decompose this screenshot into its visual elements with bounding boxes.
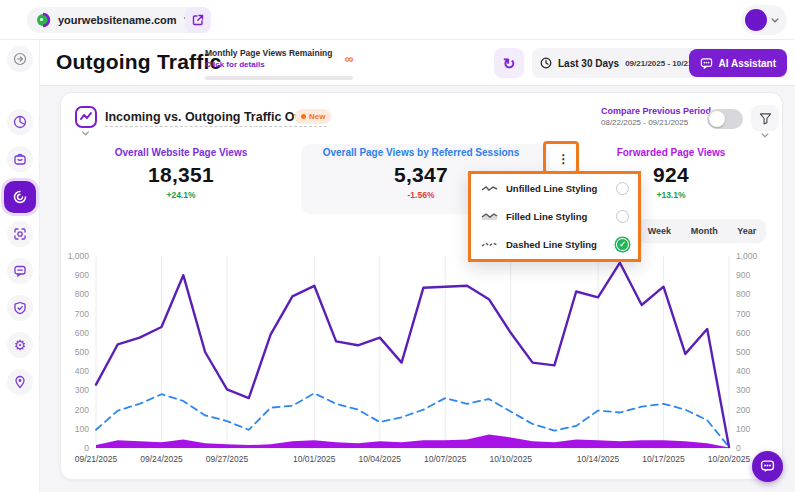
- expand-sidebar-button[interactable]: [7, 46, 33, 72]
- infinity-icon: ∞: [345, 52, 354, 66]
- monthly-details-link[interactable]: Click for details: [205, 60, 365, 69]
- sidebar-item-tracking[interactable]: [7, 221, 33, 247]
- radio-unselected-icon[interactable]: [616, 182, 629, 195]
- radio-unselected-icon[interactable]: [616, 210, 629, 223]
- refresh-icon: ↻: [503, 56, 516, 71]
- card-title: Incoming vs. Outgoing Traffic Overall: [105, 110, 327, 127]
- site-name: yourwebsitename.com: [58, 14, 177, 26]
- sidebar-item-analytics[interactable]: [7, 109, 33, 135]
- trend-chart-icon: [73, 104, 99, 130]
- page-header: Outgoing Traffic Monthly Page Views Rema…: [40, 40, 795, 86]
- svg-text:400: 400: [736, 366, 750, 376]
- menu-item-label: Filled Line Styling: [506, 211, 616, 222]
- period-tabs: Week Month Year: [638, 219, 766, 243]
- sidebar-item-outgoing-traffic[interactable]: [4, 181, 36, 213]
- sidebar-item-settings[interactable]: ⚙: [7, 332, 33, 358]
- bag-icon: [13, 152, 27, 166]
- metric-delta: +24.1%: [91, 190, 271, 200]
- new-badge: New: [295, 109, 331, 124]
- radio-selected-icon[interactable]: ✓: [616, 238, 629, 251]
- svg-text:09/21/2025: 09/21/2025: [75, 454, 118, 464]
- menu-item-filled-line-styling[interactable]: Filled Line Styling: [471, 202, 638, 230]
- unfilled-line-icon: [481, 184, 498, 193]
- svg-text:10/20/2025: 10/20/2025: [708, 454, 751, 464]
- funnel-icon: [759, 112, 772, 125]
- toggle-knob: [709, 111, 725, 127]
- avatar: [745, 9, 767, 31]
- svg-text:900: 900: [736, 270, 750, 280]
- svg-text:10/10/2025: 10/10/2025: [489, 454, 532, 464]
- tab-year[interactable]: Year: [737, 226, 756, 236]
- site-selector[interactable]: yourwebsitename.com: [27, 7, 205, 33]
- traffic-chart[interactable]: 0010010020020030030040040050050060060070…: [61, 246, 784, 481]
- svg-text:800: 800: [736, 289, 750, 299]
- svg-text:300: 300: [736, 385, 750, 395]
- ai-chat-icon: [700, 57, 713, 70]
- page-title: Outgoing Traffic: [56, 50, 221, 74]
- svg-text:900: 900: [75, 270, 89, 280]
- kebab-icon: ⋮: [558, 153, 570, 165]
- shield-check-icon: [13, 301, 27, 315]
- user-menu[interactable]: [741, 5, 787, 35]
- metric-label: Overall Page Views by Referred Sessions: [311, 147, 531, 158]
- chevron-down-icon[interactable]: [81, 131, 90, 136]
- ai-assistant-button[interactable]: AI Assistant: [689, 49, 787, 77]
- sidebar: ⚙: [0, 40, 40, 492]
- metric-value: 18,351: [91, 163, 271, 187]
- menu-item-label: Dashed Line Styling: [506, 239, 616, 250]
- svg-text:100: 100: [736, 424, 750, 434]
- tab-month[interactable]: Month: [691, 226, 718, 236]
- expand-arrow-icon: [13, 52, 27, 66]
- svg-text:300: 300: [75, 385, 89, 395]
- pie-chart-icon: [13, 115, 27, 129]
- sidebar-item-products[interactable]: [7, 146, 33, 172]
- support-chat-button[interactable]: [752, 451, 783, 482]
- sidebar-item-security[interactable]: [7, 295, 33, 321]
- check-icon: ✓: [619, 241, 626, 249]
- range-label: Last 30 Days: [558, 58, 619, 69]
- app-screen: yourwebsitename.com: [0, 0, 795, 492]
- line-styling-menu-button[interactable]: ⋮: [550, 146, 577, 171]
- svg-text:200: 200: [75, 405, 89, 415]
- chevron-down-icon: [771, 18, 779, 23]
- sidebar-item-locations[interactable]: [7, 369, 33, 395]
- menu-item-unfilled-line-styling[interactable]: Unfilled Line Styling: [471, 174, 638, 202]
- filter-button[interactable]: [751, 105, 779, 131]
- traffic-swirl-icon: [12, 189, 28, 205]
- topbar: yourwebsitename.com: [0, 0, 795, 40]
- svg-text:10/17/2025: 10/17/2025: [642, 454, 685, 464]
- target-scan-icon: [13, 227, 27, 241]
- compare-label: Compare Previous Period: [601, 106, 711, 116]
- svg-text:700: 700: [75, 309, 89, 319]
- external-link-icon: [192, 14, 204, 26]
- metric-label: Forwarded Page Views: [586, 147, 756, 158]
- svg-text:100: 100: [75, 424, 89, 434]
- filled-line-icon: [481, 212, 498, 221]
- tab-week[interactable]: Week: [648, 226, 671, 236]
- compare-toggle[interactable]: [707, 109, 743, 129]
- svg-text:0: 0: [736, 443, 741, 453]
- svg-text:600: 600: [736, 328, 750, 338]
- monthly-views-block: Monthly Page Views Remaining Click for d…: [205, 48, 365, 69]
- open-site-button[interactable]: [185, 7, 211, 33]
- new-badge-label: New: [309, 112, 325, 121]
- refresh-button[interactable]: ↻: [494, 48, 524, 78]
- location-pin-icon: [13, 375, 27, 389]
- svg-text:800: 800: [75, 289, 89, 299]
- svg-text:400: 400: [75, 366, 89, 376]
- metric-label: Overall Website Page Views: [91, 147, 271, 158]
- svg-text:0: 0: [84, 443, 89, 453]
- svg-text:600: 600: [75, 328, 89, 338]
- dashed-line-icon: [481, 240, 498, 249]
- sidebar-item-messages[interactable]: [7, 258, 33, 284]
- metric-overall-page-views: Overall Website Page Views 18,351 +24.1%: [91, 147, 271, 200]
- monthly-views-label: Monthly Page Views Remaining: [205, 48, 365, 58]
- compare-range: 08/22/2025 - 09/21/2025: [601, 118, 711, 127]
- traffic-chart-area: 0010010020020030030040040050050060060070…: [61, 246, 784, 481]
- svg-text:1,000: 1,000: [736, 251, 758, 261]
- svg-text:10/01/2025: 10/01/2025: [293, 454, 336, 464]
- chevron-down-icon[interactable]: [761, 133, 769, 138]
- clock-icon: [540, 57, 552, 69]
- svg-text:10/04/2025: 10/04/2025: [358, 454, 401, 464]
- menu-item-dashed-line-styling[interactable]: Dashed Line Styling ✓: [471, 231, 638, 259]
